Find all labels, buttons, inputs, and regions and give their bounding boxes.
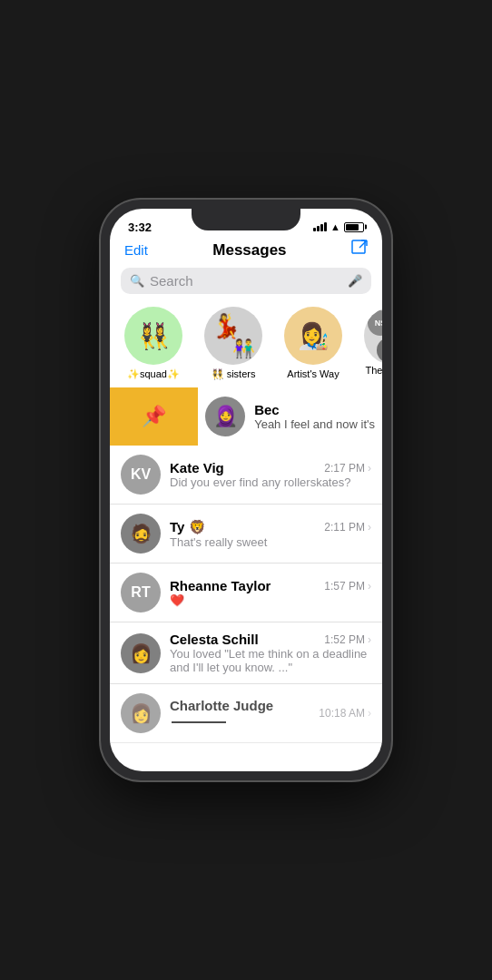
rheanne-name: Rheanne Taylor	[170, 578, 271, 593]
search-bar[interactable]: 🔍 Search 🎤	[121, 268, 371, 294]
celesta-time: 1:52 PM ›	[324, 633, 371, 646]
celesta-avatar: 👩	[121, 633, 161, 673]
artists-way-label: Artist's Way	[287, 368, 339, 380]
celesta-name: Celesta Schill	[170, 632, 259, 647]
conv-row-rheanne[interactable]: RT Rheanne Taylor 1:57 PM › ❤️	[110, 564, 382, 622]
sisters-inner: 💃 👫	[204, 307, 262, 365]
compose-button[interactable]	[351, 240, 368, 260]
status-icons: ▲	[313, 221, 364, 232]
notch	[192, 209, 300, 230]
kate-vig-preview: Did you ever find any rollerskates?	[170, 475, 371, 489]
charlotte-top: Charlotte Judge 10:18 AM ›	[170, 698, 371, 729]
celesta-content: Celesta Schill 1:52 PM › You loved "Let …	[170, 632, 371, 674]
phone-frame: 3:32 ▲ Edit Messages	[101, 200, 391, 780]
conversation-list: KV Kate Vig 2:17 PM › Did you ever find …	[110, 446, 382, 743]
sisters-emoji-2: 👫	[232, 338, 255, 359]
battery-fill	[346, 224, 359, 230]
rheanne-preview: ❤️	[170, 593, 371, 607]
celesta-chevron: ›	[368, 633, 371, 646]
pin-icon-area: 📌	[110, 387, 198, 446]
charlotte-name: Charlotte Judge	[170, 698, 319, 729]
celesta-top: Celesta Schill 1:52 PM ›	[170, 632, 371, 647]
ty-avatar: 🧔	[121, 514, 161, 554]
page-title: Messages	[212, 241, 286, 260]
kate-vig-content: Kate Vig 2:17 PM › Did you ever find any…	[170, 460, 371, 489]
phone-screen: 3:32 ▲ Edit Messages	[110, 209, 382, 771]
strikethrough-decoration	[172, 721, 226, 723]
sisters-emoji-1: 💃	[212, 312, 241, 340]
conv-row-celesta[interactable]: 👩 Celesta Schill 1:52 PM › You loved "Le…	[110, 622, 382, 684]
sisters-label: 👯 sisters	[212, 368, 256, 380]
group-fam[interactable]: NS 👶 👨‍👩‍👧 The Fam 👨‍👩‍👧	[360, 307, 382, 380]
artists-way-emoji: 👩‍🎨	[298, 321, 330, 351]
microphone-icon[interactable]: 🎤	[348, 274, 362, 288]
bec-avatar-emoji: 🧕	[213, 405, 238, 428]
fam-ns-initials: NS	[368, 310, 382, 336]
pin-icon: 📌	[142, 405, 166, 428]
signal-bar-3	[320, 224, 323, 231]
ty-chevron: ›	[368, 521, 371, 534]
squad-avatar: 👯‍♀️	[124, 307, 182, 365]
charlotte-avatar: 👩	[121, 693, 161, 733]
squad-label: ✨squad✨	[127, 368, 180, 380]
pinned-groups: 👯‍♀️ ✨squad✨ 💃 👫 👯 sisters 👩‍🎨	[110, 303, 382, 387]
kate-vig-chevron: ›	[368, 462, 371, 475]
fam-label: The Fam 👨‍👩‍👧	[365, 365, 382, 377]
artists-way-avatar: 👩‍🎨	[284, 307, 342, 365]
rheanne-content: Rheanne Taylor 1:57 PM › ❤️	[170, 578, 371, 607]
celesta-preview: You loved "Let me think on a deadline an…	[170, 647, 371, 674]
group-squad[interactable]: 👯‍♀️ ✨squad✨	[121, 307, 186, 380]
edit-button[interactable]: Edit	[124, 242, 148, 258]
signal-bar-1	[313, 228, 316, 231]
signal-bar-4	[324, 222, 327, 231]
kate-vig-top: Kate Vig 2:17 PM ›	[170, 460, 371, 475]
battery-icon	[344, 222, 364, 232]
ty-preview: That's really sweet	[170, 535, 371, 549]
kate-vig-time: 2:17 PM ›	[324, 462, 371, 475]
bec-preview: Yeah I feel and now it's	[254, 417, 375, 431]
group-sisters[interactable]: 💃 👫 👯 sisters	[201, 307, 266, 380]
kate-vig-avatar: KV	[121, 455, 161, 495]
fam-avatar: NS 👶 👨‍👩‍👧	[364, 307, 382, 365]
conv-row-ty[interactable]: 🧔 Ty 🦁 2:11 PM › That's really sweet	[110, 505, 382, 564]
ty-top: Ty 🦁 2:11 PM ›	[170, 519, 371, 535]
ty-time: 2:11 PM ›	[324, 521, 371, 534]
bec-name: Bec	[254, 402, 375, 417]
svg-rect-0	[352, 240, 365, 253]
sisters-avatar: 💃 👫	[204, 307, 262, 365]
search-icon: 🔍	[130, 274, 144, 288]
pinned-row[interactable]: 📌 🧕 Bec Yeah I feel and now it's	[110, 387, 382, 446]
search-input[interactable]: Search	[150, 273, 342, 289]
rheanne-top: Rheanne Taylor 1:57 PM ›	[170, 578, 371, 593]
signal-bar-2	[317, 226, 320, 231]
charlotte-time: 10:18 AM ›	[319, 707, 371, 720]
fam-photo: 👨‍👩‍👧	[377, 338, 382, 363]
conv-row-charlotte[interactable]: 👩 Charlotte Judge 10:18 AM ›	[110, 684, 382, 743]
rheanne-avatar: RT	[121, 573, 161, 612]
ty-name: Ty 🦁	[170, 519, 206, 535]
ty-content: Ty 🦁 2:11 PM › That's really sweet	[170, 519, 371, 549]
pinned-conversation[interactable]: 🧕 Bec Yeah I feel and now it's	[198, 387, 382, 446]
signal-bars-icon	[313, 222, 327, 231]
charlotte-chevron: ›	[368, 707, 371, 720]
conv-row-kate-vig[interactable]: KV Kate Vig 2:17 PM › Did you ever find …	[110, 446, 382, 505]
wifi-icon: ▲	[330, 221, 340, 232]
svg-line-3	[359, 240, 367, 248]
rheanne-time: 1:57 PM ›	[324, 580, 371, 593]
compose-icon	[351, 240, 368, 256]
bec-info: Bec Yeah I feel and now it's	[254, 402, 375, 431]
group-artists-way[interactable]: 👩‍🎨 Artist's Way	[280, 307, 346, 380]
charlotte-content: Charlotte Judge 10:18 AM ›	[170, 698, 371, 729]
rheanne-chevron: ›	[368, 580, 371, 593]
kate-vig-name: Kate Vig	[170, 460, 224, 475]
status-time: 3:32	[128, 220, 152, 234]
messages-header: Edit Messages	[110, 238, 382, 268]
squad-emoji: 👯‍♀️	[138, 321, 170, 351]
bec-avatar: 🧕	[205, 397, 245, 436]
